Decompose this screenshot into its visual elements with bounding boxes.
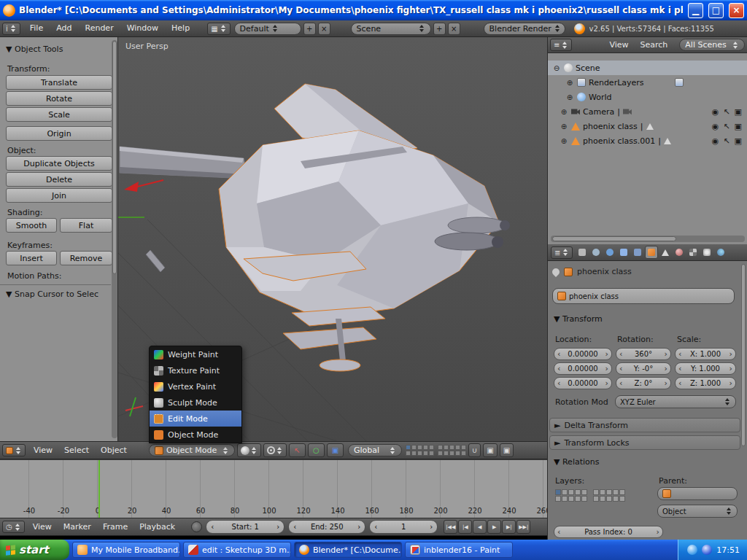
minimize-button[interactable]: ▁ bbox=[688, 3, 703, 18]
data-tab[interactable] bbox=[659, 246, 672, 259]
rotation-z-field[interactable]: ‹Z: 0°› bbox=[616, 377, 671, 389]
transform-panel-header[interactable]: ▼ Transform bbox=[554, 314, 603, 324]
play-button[interactable]: ▶ bbox=[487, 520, 501, 534]
properties-scrollbar[interactable] bbox=[740, 263, 746, 536]
frame-end-field[interactable]: ‹End: 250› bbox=[288, 520, 365, 534]
insert-keyframe-button[interactable]: Insert bbox=[6, 251, 57, 265]
frame-start-field[interactable]: ‹Start: 1› bbox=[206, 520, 285, 534]
scene-tab[interactable] bbox=[589, 246, 603, 259]
layer-cell[interactable] bbox=[417, 451, 422, 456]
menu-render[interactable]: Render bbox=[80, 20, 120, 36]
scale-button[interactable]: Scale bbox=[6, 107, 112, 122]
rotation-mode-selector[interactable]: XYZ Euler bbox=[615, 395, 736, 408]
material-tab[interactable] bbox=[673, 246, 686, 259]
outliner-row-scene[interactable]: ⊖ Scene bbox=[548, 61, 747, 75]
pivot-point-selector[interactable] bbox=[263, 443, 287, 457]
location-y-field[interactable]: ‹0.00000› bbox=[554, 362, 612, 375]
relations-layer-grid-right[interactable] bbox=[593, 489, 625, 502]
layer-cell[interactable] bbox=[438, 445, 443, 450]
jump-to-prev-keyframe-button[interactable]: |◀ bbox=[458, 520, 472, 534]
decrement-arrow[interactable]: ‹ bbox=[678, 364, 681, 373]
menu-window[interactable]: Window bbox=[121, 20, 164, 36]
viewport-shading-selector[interactable] bbox=[237, 443, 261, 457]
scene-selector[interactable]: Scene bbox=[351, 23, 431, 35]
collapse-toggle-icon[interactable]: ⊖ bbox=[552, 64, 561, 72]
layer-cell[interactable] bbox=[438, 451, 443, 456]
restore-button[interactable]: □ bbox=[708, 3, 724, 18]
increment-arrow[interactable]: › bbox=[605, 364, 608, 373]
layer-cell[interactable] bbox=[461, 445, 466, 450]
manipulator-translate-toggle[interactable]: ↖ bbox=[289, 443, 306, 457]
decrement-arrow[interactable]: ‹ bbox=[619, 364, 622, 373]
world-tab[interactable] bbox=[603, 246, 616, 259]
scale-x-field[interactable]: ‹X: 1.000› bbox=[675, 348, 736, 360]
taskbar-item-sketchup[interactable]: edit : Sketchup 3D m... bbox=[183, 542, 291, 558]
manipulator-scale-toggle[interactable]: ▣ bbox=[327, 443, 344, 457]
layer-cell[interactable] bbox=[568, 489, 574, 495]
network-icon[interactable] bbox=[687, 545, 697, 555]
expand-toggle-icon[interactable]: ⊕ bbox=[565, 79, 574, 87]
layer-cell[interactable] bbox=[455, 451, 460, 456]
renderability-camera-icon[interactable]: ▣ bbox=[735, 107, 742, 117]
outliner-row-phoenix-class[interactable]: ⊕ phoenix class | ◉ ↖ ▣ bbox=[548, 119, 747, 133]
editor-type-timeline-button[interactable]: ◷ bbox=[2, 521, 25, 533]
decrement-arrow[interactable]: ‹ bbox=[557, 378, 560, 388]
increment-arrow[interactable]: › bbox=[729, 364, 732, 373]
manipulator-rotate-toggle[interactable]: ○ bbox=[308, 443, 325, 457]
menu-item-sculpt-mode[interactable]: Sculpt Mode bbox=[150, 394, 241, 411]
screen-layout-selector[interactable]: Default bbox=[234, 23, 301, 35]
increment-arrow[interactable]: › bbox=[657, 527, 659, 537]
menu-object[interactable]: Object bbox=[95, 443, 133, 459]
menu-item-edit-mode[interactable]: Edit Mode bbox=[150, 411, 241, 427]
menu-item-object-mode[interactable]: Object Mode bbox=[150, 427, 241, 443]
taskbar-item-blender[interactable]: Blender* [C:\Docume... bbox=[294, 542, 402, 558]
menu-select[interactable]: Select bbox=[58, 443, 95, 459]
remove-keyframe-button[interactable]: Remove bbox=[60, 251, 112, 265]
delete-button[interactable]: Delete bbox=[6, 172, 112, 187]
layer-cell[interactable] bbox=[575, 496, 581, 502]
taskbar-item-paint[interactable]: inblender16 - Paint bbox=[405, 542, 513, 558]
decrement-arrow[interactable]: ‹ bbox=[678, 378, 681, 388]
relations-layer-grid-left[interactable] bbox=[555, 489, 587, 502]
decrement-arrow[interactable]: ‹ bbox=[678, 349, 681, 359]
snap-cursor-panel-header[interactable]: ▼ Snap Cursor to Selec bbox=[6, 289, 98, 299]
rotation-x-field[interactable]: ‹360°› bbox=[616, 348, 671, 360]
layer-cell[interactable] bbox=[429, 445, 434, 450]
object-tools-panel-header[interactable]: ▼ Object Tools bbox=[6, 44, 63, 54]
expand-toggle-icon[interactable]: ⊕ bbox=[565, 93, 574, 101]
menu-outliner-view[interactable]: View bbox=[603, 37, 634, 53]
visibility-eye-icon[interactable]: ◉ bbox=[712, 122, 719, 131]
close-button[interactable]: × bbox=[729, 3, 744, 18]
pass-index-field[interactable]: ‹Pass Index: 0› bbox=[554, 526, 663, 538]
delete-scene-button[interactable]: × bbox=[448, 23, 460, 35]
scrollbar-thumb[interactable] bbox=[112, 41, 117, 274]
mode-selector[interactable]: Object Mode bbox=[149, 444, 235, 456]
layer-cell[interactable] bbox=[417, 445, 422, 450]
flat-button[interactable]: Flat bbox=[60, 218, 112, 233]
layer-cell[interactable] bbox=[600, 496, 605, 502]
jump-to-next-keyframe-button[interactable]: ▶| bbox=[502, 520, 516, 534]
layer-cell[interactable] bbox=[581, 496, 587, 502]
layer-cell[interactable] bbox=[568, 496, 574, 502]
constraints-tab[interactable] bbox=[617, 246, 630, 259]
decrement-arrow[interactable]: ‹ bbox=[374, 523, 377, 531]
layer-cell[interactable] bbox=[423, 445, 428, 450]
location-z-field[interactable]: ‹0.00000› bbox=[554, 377, 612, 389]
render-opengl-button[interactable]: ▣ bbox=[483, 443, 497, 457]
current-frame-field[interactable]: ‹1› bbox=[369, 520, 438, 534]
selectability-arrow-icon[interactable]: ↖ bbox=[723, 122, 729, 131]
translate-button[interactable]: Translate bbox=[6, 75, 112, 90]
menu-item-weight-paint[interactable]: Weight Paint bbox=[150, 346, 241, 362]
expand-toggle-icon[interactable]: ⊕ bbox=[560, 137, 568, 145]
menu-timeline-frame[interactable]: Frame bbox=[97, 519, 133, 535]
texture-tab[interactable] bbox=[686, 246, 700, 259]
expand-toggle-icon[interactable]: ⊕ bbox=[560, 108, 568, 116]
increment-arrow[interactable]: › bbox=[665, 378, 667, 388]
editor-type-properties-button[interactable]: ≣ bbox=[551, 246, 573, 259]
modifiers-tab[interactable] bbox=[631, 246, 644, 259]
editor-type-outliner-button[interactable]: ≡ bbox=[550, 39, 572, 51]
jump-to-end-button[interactable]: ▶▶| bbox=[516, 520, 530, 534]
menu-timeline-playback[interactable]: Playback bbox=[133, 519, 181, 535]
increment-arrow[interactable]: › bbox=[605, 349, 608, 359]
increment-arrow[interactable]: › bbox=[729, 378, 732, 388]
